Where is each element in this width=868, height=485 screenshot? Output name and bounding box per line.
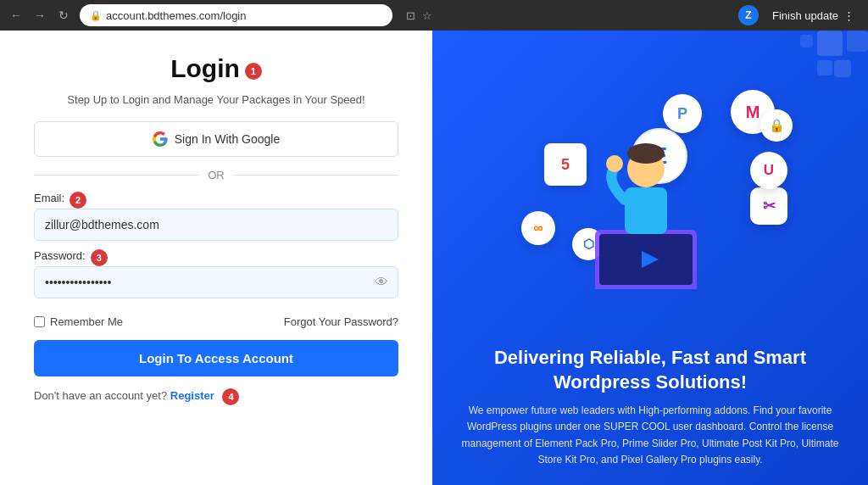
google-btn-label: Sign In With Google — [175, 132, 281, 146]
annotation-2: 2 — [70, 192, 86, 209]
url-text: account.bdthemes.com/login — [106, 9, 246, 22]
or-text: OR — [208, 169, 225, 181]
title-row: Login 1 — [34, 54, 398, 88]
svg-rect-8 — [625, 187, 667, 234]
svg-point-11 — [606, 155, 623, 172]
right-content: P M E 5 🔒 ✂ ∞ ⬡ U — [432, 31, 868, 485]
right-panel: P M E 5 🔒 ✂ ∞ ⬡ U — [432, 31, 868, 485]
login-panel: Login 1 Step Up to Login and Manage Your… — [0, 31, 432, 485]
lock-icon: 🔒 — [90, 10, 102, 21]
password-label-row: Password: 3 — [34, 249, 398, 266]
nav-buttons: ← → ↻ — [7, 6, 73, 25]
password-wrapper: 👁 — [34, 266, 398, 298]
right-headline: Delivering Reliable, Fast and Smart Word… — [458, 346, 843, 394]
remember-forgot-row: Remember Me Forgot Your Password? — [34, 315, 398, 328]
login-btn-label: Login To Access Account — [139, 351, 293, 365]
email-label: Email: — [34, 192, 64, 204]
profile-avatar[interactable]: Z — [738, 5, 759, 25]
forward-button[interactable]: → — [31, 6, 49, 25]
login-button[interactable]: Login To Access Account — [34, 340, 398, 376]
register-link-label: Register — [170, 389, 214, 402]
right-body-text: We empower future web leaders with High-… — [458, 403, 843, 468]
password-group: Password: 3 👁 — [34, 249, 398, 298]
finish-update-label: Finish update — [772, 9, 838, 22]
email-label-row: Email: 2 — [34, 192, 398, 209]
password-input[interactable] — [34, 266, 398, 298]
browser-chrome: ← → ↻ 🔒 account.bdthemes.com/login ⊡ ☆ Z… — [0, 0, 868, 31]
forgot-password-link[interactable]: Forgot Your Password? — [284, 315, 398, 328]
register-link[interactable]: Register — [170, 389, 214, 402]
address-bar-icons: ⊡ ☆ — [406, 9, 432, 22]
cast-icon: ⊡ — [406, 9, 415, 22]
illustration-area: P M E 5 🔒 ✂ ∞ ⬡ U — [432, 31, 868, 336]
annotation-3: 3 — [91, 249, 108, 266]
svg-point-10 — [627, 143, 665, 164]
forgot-password-label: Forgot Your Password? — [284, 315, 398, 328]
bookmark-icon[interactable]: ☆ — [422, 9, 432, 22]
plugin-icons-container: P M E 5 🔒 ✂ ∞ ⬡ U — [506, 86, 794, 289]
register-row: Don't have an account yet? Register 4 — [34, 388, 398, 405]
main-content: Login 1 Step Up to Login and Manage Your… — [0, 31, 868, 485]
finish-update-button[interactable]: Finish update ⋮ — [765, 6, 861, 25]
annotation-4: 4 — [222, 388, 239, 405]
back-button[interactable]: ← — [7, 6, 25, 25]
remember-me-group: Remember Me — [34, 315, 123, 328]
email-input[interactable] — [34, 209, 398, 241]
login-title: Login — [170, 54, 240, 83]
plugin-icon-cut: ✂ — [750, 187, 787, 225]
login-subtitle: Step Up to Login and Manage Your Package… — [34, 93, 398, 106]
person-illustration — [578, 120, 714, 289]
register-text: Don't have an account yet? — [34, 389, 167, 402]
remember-me-checkbox[interactable] — [34, 316, 45, 327]
address-bar[interactable]: 🔒 account.bdthemes.com/login — [80, 4, 392, 26]
right-text-area: Delivering Reliable, Fast and Smart Word… — [432, 336, 868, 485]
reload-button[interactable]: ↻ — [54, 6, 73, 25]
password-label: Password: — [34, 249, 86, 262]
plugin-icon-u: U — [750, 152, 787, 189]
email-group: Email: 2 — [34, 192, 398, 241]
or-divider: OR — [34, 169, 398, 181]
eye-icon[interactable]: 👁 — [375, 275, 388, 290]
google-icon — [153, 131, 168, 147]
google-signin-button[interactable]: Sign In With Google — [34, 121, 398, 157]
more-icon: ⋮ — [843, 9, 854, 22]
plugin-icon-lock: 🔒 — [760, 109, 793, 142]
remember-me-label: Remember Me — [50, 315, 123, 328]
plugin-icon-inf: ∞ — [521, 211, 555, 245]
annotation-1: 1 — [245, 63, 262, 80]
